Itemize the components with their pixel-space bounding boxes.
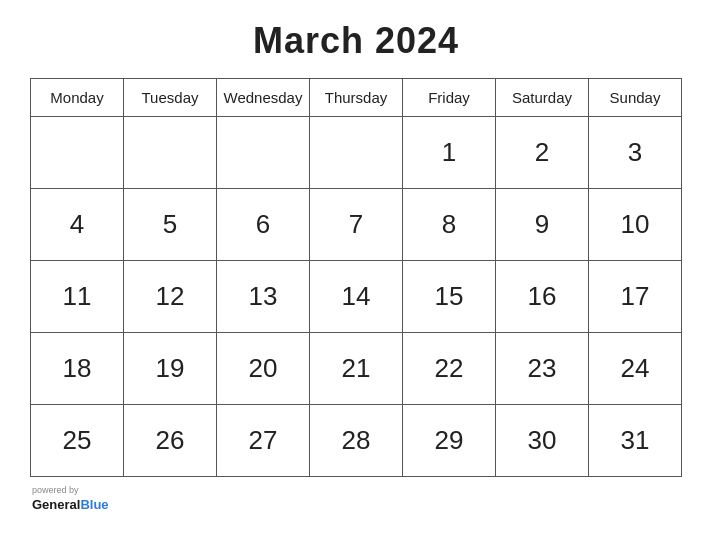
calendar-cell-week4-day2: 27 <box>217 405 310 477</box>
brand-blue: Blue <box>80 497 108 512</box>
calendar-header-sunday: Sunday <box>589 79 682 117</box>
calendar-cell-week4-day4: 29 <box>403 405 496 477</box>
calendar-cell-week0-day6: 3 <box>589 117 682 189</box>
brand-general: General <box>32 497 80 512</box>
calendar-cell-week3-day0: 18 <box>31 333 124 405</box>
calendar-cell-week0-day5: 2 <box>496 117 589 189</box>
calendar-cell-week0-day1 <box>124 117 217 189</box>
calendar-cell-week1-day0: 4 <box>31 189 124 261</box>
calendar-header-saturday: Saturday <box>496 79 589 117</box>
calendar-cell-week2-day3: 14 <box>310 261 403 333</box>
calendar-cell-week4-day1: 26 <box>124 405 217 477</box>
calendar-cell-week3-day6: 24 <box>589 333 682 405</box>
calendar-table: MondayTuesdayWednesdayThursdayFridaySatu… <box>30 78 682 477</box>
calendar-cell-week2-day1: 12 <box>124 261 217 333</box>
calendar-cell-week1-day6: 10 <box>589 189 682 261</box>
calendar-header-wednesday: Wednesday <box>217 79 310 117</box>
calendar-cell-week2-day0: 11 <box>31 261 124 333</box>
calendar-cell-week4-day5: 30 <box>496 405 589 477</box>
calendar-cell-week1-day4: 8 <box>403 189 496 261</box>
calendar-header-monday: Monday <box>31 79 124 117</box>
footer-powered-by: powered by GeneralBlue <box>32 485 109 513</box>
calendar-cell-week2-day4: 15 <box>403 261 496 333</box>
calendar-cell-week0-day0 <box>31 117 124 189</box>
calendar-cell-week1-day5: 9 <box>496 189 589 261</box>
calendar-cell-week1-day2: 6 <box>217 189 310 261</box>
calendar-header-tuesday: Tuesday <box>124 79 217 117</box>
calendar-cell-week2-day2: 13 <box>217 261 310 333</box>
powered-by-label: powered by <box>32 485 109 495</box>
calendar-cell-week4-day3: 28 <box>310 405 403 477</box>
calendar-title: March 2024 <box>253 20 459 62</box>
calendar-cell-week3-day2: 20 <box>217 333 310 405</box>
calendar-cell-week0-day3 <box>310 117 403 189</box>
calendar-cell-week2-day5: 16 <box>496 261 589 333</box>
calendar-cell-week4-day0: 25 <box>31 405 124 477</box>
calendar-cell-week3-day4: 22 <box>403 333 496 405</box>
calendar-cell-week0-day2 <box>217 117 310 189</box>
calendar-header-friday: Friday <box>403 79 496 117</box>
calendar-cell-week1-day1: 5 <box>124 189 217 261</box>
calendar-cell-week4-day6: 31 <box>589 405 682 477</box>
calendar-cell-week3-day1: 19 <box>124 333 217 405</box>
calendar-cell-week2-day6: 17 <box>589 261 682 333</box>
calendar-header-thursday: Thursday <box>310 79 403 117</box>
calendar-cell-week3-day5: 23 <box>496 333 589 405</box>
calendar-cell-week0-day4: 1 <box>403 117 496 189</box>
calendar-cell-week1-day3: 7 <box>310 189 403 261</box>
calendar-cell-week3-day3: 21 <box>310 333 403 405</box>
